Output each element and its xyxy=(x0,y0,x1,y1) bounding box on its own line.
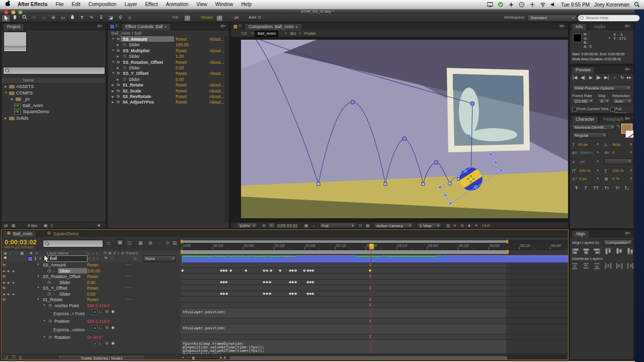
layer-switch-icons[interactable]: ◇☼\ xyxy=(88,256,100,260)
stroke-width-value[interactable]: - px xyxy=(578,159,585,164)
hscale-dropdown-icon[interactable]: ▼ xyxy=(629,169,632,172)
tab-timeline-squaredemo[interactable]: SquareDemo xyxy=(43,230,83,237)
keyframe-diamond[interactable]: ◆ xyxy=(294,268,297,272)
reset-link[interactable]: Reset xyxy=(87,274,98,279)
stroke-label[interactable]: Stroke: xyxy=(201,15,213,20)
effect-about-link[interactable]: About... xyxy=(209,37,224,42)
property-name[interactable]: Rotation xyxy=(54,335,70,340)
expression-menu-icon[interactable]: ◉ xyxy=(111,325,115,330)
timeline-button-icon[interactable]: ⊟ xyxy=(460,223,464,228)
tab-composition[interactable]: Composition: Ball_Anim ▼ xyxy=(245,23,302,30)
expand-layer-switches-icon[interactable]: ❏ xyxy=(4,355,8,359)
show-graph-icon[interactable]: ∟ xyxy=(99,309,103,314)
pixel-aspect-icon[interactable]: ▥ xyxy=(446,223,450,228)
add-keyframe-icon[interactable]: ◆ xyxy=(7,269,10,273)
menu-view[interactable]: View xyxy=(192,0,211,9)
font-family-select[interactable]: Montreal-DemiB...▼ xyxy=(572,124,615,130)
eraser-tool[interactable]: ◪ xyxy=(107,15,115,21)
effect-expand-icon[interactable]: ▼ xyxy=(112,49,115,52)
project-item[interactable]: Ball_Anim xyxy=(2,103,105,109)
prev-keyframe-icon[interactable]: ◀ xyxy=(3,281,5,284)
align-buttons[interactable] xyxy=(572,248,633,254)
row-expand-icon[interactable]: ▼ xyxy=(43,335,46,338)
crumb-ss[interactable]: SS xyxy=(242,31,247,36)
expression-menu-icon[interactable]: ◉ xyxy=(111,309,115,314)
stopwatch-icon[interactable]: ◷ xyxy=(123,54,126,58)
tab-preview[interactable]: Preview xyxy=(572,66,595,73)
zoom-out-mountain-icon[interactable]: ▲ xyxy=(182,355,185,358)
keyframe-diamond[interactable]: ◆ xyxy=(263,268,265,272)
effect-reset-link[interactable]: Reset xyxy=(176,94,187,99)
expression-label[interactable]: Express...r Point xyxy=(53,311,85,316)
font-style-select[interactable]: Regular▼ xyxy=(572,132,607,138)
property-group-name[interactable]: 01_Rotate xyxy=(43,297,62,302)
prev-keyframe-icon[interactable]: ◀ xyxy=(3,292,5,296)
skip-select[interactable]: 0▼ xyxy=(598,98,610,104)
layer-switch-icons2[interactable]: ∅ xyxy=(110,256,115,260)
tree-arrow-icon[interactable]: ▶ xyxy=(5,84,7,88)
small-caps-button[interactable]: Tᴛ xyxy=(604,186,609,191)
interpret-footage-icon[interactable]: ▦ xyxy=(12,223,16,228)
menu-composition[interactable]: Composition xyxy=(85,0,121,9)
effect-reset-link[interactable]: Reset xyxy=(176,60,187,65)
keyframe-diamond[interactable]: ◆ xyxy=(294,292,297,295)
timeline-row-effect[interactable]: fx▼01_RotateReset----- xyxy=(2,297,181,303)
effect-reset-link[interactable]: Reset xyxy=(176,48,187,53)
slider-expand-icon[interactable]: ▶ xyxy=(117,77,119,81)
row-expand-icon[interactable]: ▼ xyxy=(37,286,40,289)
comp-current-time[interactable]: 0:00:03:02 xyxy=(277,223,297,228)
crumb-poster[interactable]: Poster xyxy=(304,31,316,36)
trash-icon[interactable]: ▯ xyxy=(51,223,53,228)
expression-text[interactable]: thisLayer.position; xyxy=(183,326,226,330)
property-name[interactable]: Anchor Point xyxy=(54,303,79,308)
slider-value[interactable]: 0.00 xyxy=(176,65,184,70)
pickwhip-icon[interactable]: ⊙ xyxy=(105,325,109,330)
keyframe-diamond[interactable]: ◆ xyxy=(279,268,281,272)
faux-italic-button[interactable]: T xyxy=(584,186,587,191)
stopwatch-icon[interactable]: ◷ xyxy=(47,268,51,273)
eyedropper-icon[interactable]: ✎ xyxy=(617,124,620,129)
draft-3d-icon[interactable]: ▣ xyxy=(116,239,124,245)
timeline-row-effect[interactable]: fx▼SS_Rotation_OffsetReset----- xyxy=(2,274,181,280)
time-navigator-bar[interactable] xyxy=(182,240,506,243)
timeline-row-slider[interactable]: ◀◆▶◷∟Slider100.00 xyxy=(2,268,181,274)
last-frame-button[interactable]: ▶| xyxy=(604,75,609,80)
crumb-current[interactable]: Ball_Anim xyxy=(255,31,278,37)
tab-align[interactable]: Align xyxy=(572,230,589,237)
project-item[interactable]: ▶ASSETS xyxy=(2,84,105,90)
keyframe-diamond[interactable]: ◆ xyxy=(245,268,247,272)
expand-transfer-icon[interactable]: ❐ xyxy=(12,355,15,359)
timeline-row-slider[interactable]: ◀◆▶◷∟Slider0.00 xyxy=(2,280,181,286)
add-shape-menu[interactable]: Add: O xyxy=(249,15,261,20)
menu-after-effects[interactable]: After Effects xyxy=(14,0,51,9)
stroke-swatch[interactable]: ? xyxy=(216,15,223,21)
tracking-value[interactable]: 0 xyxy=(612,150,614,155)
new-comp-icon[interactable]: ▣ xyxy=(44,223,48,228)
row-expand-icon[interactable]: ▼ xyxy=(43,304,46,307)
track-row-bg[interactable] xyxy=(181,308,506,318)
current-time-indicator-grabber[interactable] xyxy=(369,243,374,250)
effect-reset-link[interactable]: Reset xyxy=(176,100,187,105)
expression-text[interactable]: thisLayer.position; xyxy=(183,310,226,314)
slider-expand-icon[interactable]: ▶ xyxy=(117,54,119,58)
strokew-dropdown-icon[interactable]: ▼ xyxy=(596,160,599,163)
slider-value[interactable]: 0.00 xyxy=(176,77,184,82)
baseline-dropdown-icon[interactable]: ▼ xyxy=(596,177,599,180)
effect-expand-icon[interactable]: ▶ xyxy=(112,100,114,104)
effect-expand-icon[interactable]: ▶ xyxy=(112,95,114,98)
timeline-zoom-thumb[interactable] xyxy=(192,356,195,360)
pickwhip-icon[interactable]: ⊙ xyxy=(105,341,109,345)
timeline-row-effect[interactable]: fx▼SS_Y_OffsetReset----- xyxy=(2,285,181,291)
effect-reset-link[interactable]: Reset xyxy=(176,71,187,76)
next-keyframe-icon[interactable]: ▶ xyxy=(13,292,15,296)
timeline-row-expr[interactable]: Express...osition=∟⊙◉ xyxy=(2,324,181,334)
timeline-search-input[interactable] xyxy=(43,240,103,247)
column-name[interactable]: Name xyxy=(23,78,34,82)
layer-name-header[interactable]: Layer Name xyxy=(47,251,69,255)
display-icon[interactable] xyxy=(487,2,493,8)
snapshot-icon[interactable]: ▣ xyxy=(304,223,308,228)
reset-link[interactable]: Reset xyxy=(87,262,98,267)
flowchart-icon[interactable]: ♟ xyxy=(467,223,471,228)
safe-margins-icon[interactable]: ⊞ xyxy=(262,223,266,228)
menu-animation[interactable]: Animation xyxy=(162,0,192,9)
